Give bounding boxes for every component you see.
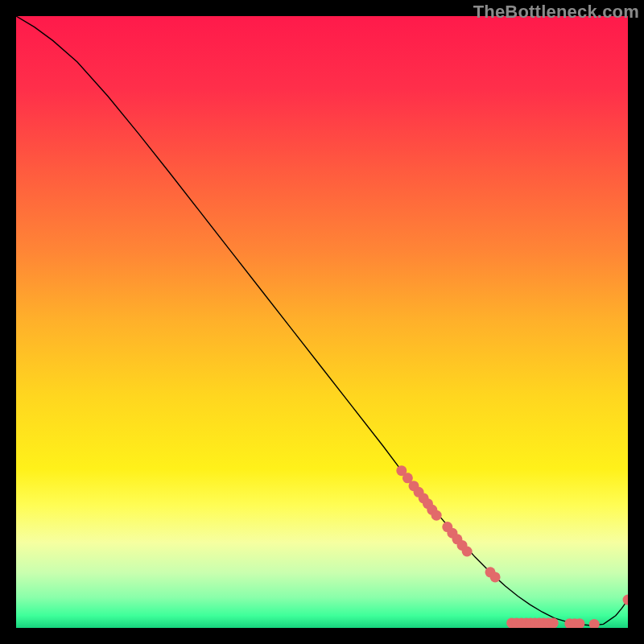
chart-stage: TheBottleneck.com bbox=[0, 0, 644, 644]
gradient-background bbox=[16, 16, 628, 628]
highlight-dot bbox=[548, 617, 559, 628]
highlight-dot bbox=[431, 510, 442, 521]
bottleneck-chart bbox=[16, 16, 628, 628]
highlight-dot bbox=[490, 572, 501, 582]
watermark-label: TheBottleneck.com bbox=[473, 2, 639, 23]
highlight-dot bbox=[462, 547, 473, 557]
